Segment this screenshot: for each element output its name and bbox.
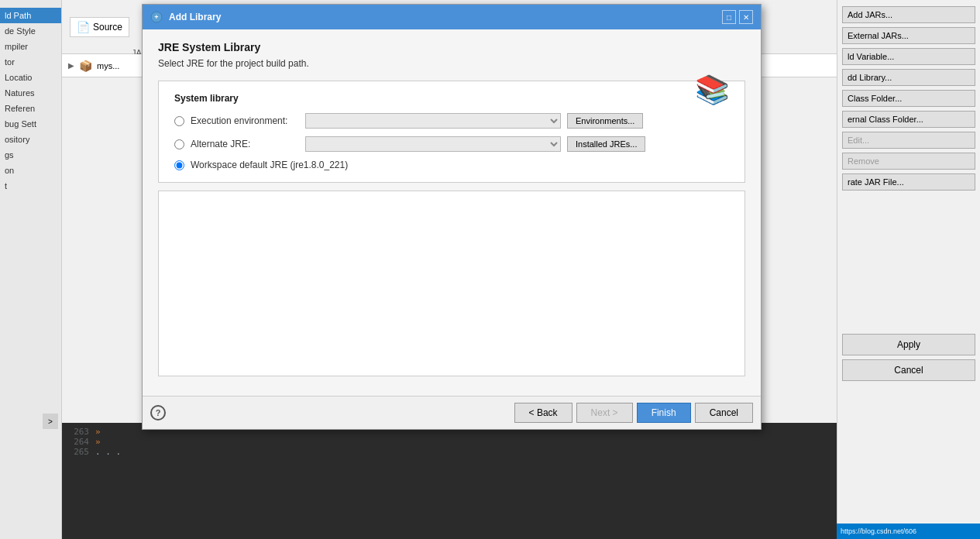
maximize-button[interactable]: □ (722, 10, 736, 24)
cancel-right-button[interactable]: Cancel (842, 359, 975, 381)
sidebar-item-debug-settings[interactable]: bug Sett (0, 116, 61, 132)
svg-text:+: + (154, 13, 158, 21)
add-library-button[interactable]: dd Library... (842, 69, 975, 86)
source-tab[interactable]: 📄 Source (70, 17, 129, 37)
sidebar-item-location[interactable]: Locatio (0, 70, 61, 85)
scroll-right-arrow[interactable]: > (43, 414, 58, 429)
sidebar-item-t[interactable]: t (0, 178, 61, 194)
sidebar-item-repository[interactable]: ository (0, 132, 61, 147)
line-num-264: 264 (66, 437, 89, 447)
finish-button[interactable]: Finish (637, 403, 691, 423)
sidebar-item-natures[interactable]: Natures (0, 85, 61, 101)
alternate-jre-radio[interactable] (174, 139, 184, 149)
execution-env-label[interactable]: Execution environment: (191, 115, 299, 126)
line-num-263: 263 (66, 427, 89, 437)
sidebar-item-compiler[interactable]: mpiler (0, 39, 61, 54)
book-icon: 📚 (695, 74, 730, 106)
next-button[interactable]: Next > (576, 403, 633, 423)
back-button[interactable]: < Back (514, 403, 573, 423)
workspace-default-label[interactable]: Workspace default JRE (jre1.8.0_221) (191, 160, 348, 170)
source-tab-label: Source (93, 22, 122, 33)
add-library-dialog: + Add Library □ ✕ JRE System Library Sel… (142, 4, 762, 430)
environments-button[interactable]: Environments... (567, 113, 643, 129)
sidebar-item-code-style[interactable]: de Style (0, 23, 61, 39)
sidebar-item-tor[interactable]: tor (0, 54, 61, 70)
status-url: https://blog.csdn.net/606 (841, 527, 916, 535)
status-bar: https://blog.csdn.net/606 (837, 524, 980, 539)
class-folder-button[interactable]: Class Folder... (842, 90, 975, 107)
dialog-titlebar: + Add Library □ ✕ (143, 5, 761, 29)
sidebar-item-references[interactable]: Referen (0, 101, 61, 116)
add-variable-button[interactable]: ld Variable... (842, 48, 975, 65)
remove-button[interactable]: Remove (842, 153, 975, 170)
dialog-footer: ? < Back Next > Finish Cancel (143, 396, 761, 429)
close-button[interactable]: ✕ (739, 10, 753, 24)
code-line-265: 265 . . . (66, 447, 833, 457)
sidebar-item-on[interactable]: on (0, 163, 61, 178)
alternate-jre-select[interactable] (305, 136, 561, 152)
execution-env-select[interactable] (305, 113, 561, 129)
sidebar-item-build-path[interactable]: ld Path (0, 8, 61, 23)
dialog-header: JRE System Library Select JRE for the pr… (158, 41, 745, 69)
external-class-folder-button[interactable]: ernal Class Folder... (842, 111, 975, 128)
system-library-section: System library Execution environment: En… (158, 81, 745, 183)
add-jars-button[interactable]: Add JARs... (842, 6, 975, 23)
line-num-265: 265 (66, 447, 89, 457)
dialog-header-subtitle: Select JRE for the project build path. (158, 58, 745, 69)
workspace-default-row: Workspace default JRE (jre1.8.0_221) (174, 160, 729, 170)
sidebar: ld Path de Style mpiler tor Locatio Natu… (0, 0, 62, 539)
code-line-264: 264 » (66, 437, 833, 447)
dialog-title: Add Library (169, 12, 221, 22)
migrate-jar-button[interactable]: rate JAR File... (842, 173, 975, 191)
edit-button[interactable]: Edit... (842, 132, 975, 149)
apply-button[interactable]: Apply (842, 334, 975, 355)
section-label: System library (174, 93, 729, 104)
workspace-default-radio[interactable] (174, 160, 184, 170)
execution-env-row: Execution environment: Environments... (174, 113, 729, 129)
dialog-body: JRE System Library Select JRE for the pr… (143, 29, 761, 396)
alternate-jre-row: Alternate JRE: Installed JREs... (174, 136, 729, 152)
dialog-header-title: JRE System Library (158, 41, 745, 53)
modal-content-area (158, 191, 745, 376)
execution-env-radio[interactable] (174, 116, 184, 126)
sidebar-item-gs[interactable]: gs (0, 147, 61, 163)
code-area: 263 » 264 » 265 . . . (62, 423, 837, 539)
cancel-button[interactable]: Cancel (695, 403, 753, 423)
installed-jres-button[interactable]: Installed JREs... (567, 136, 645, 152)
external-jars-button[interactable]: External JARs... (842, 27, 975, 44)
help-button[interactable]: ? (150, 405, 166, 421)
alternate-jre-label[interactable]: Alternate JRE: (191, 139, 299, 149)
dialog-icon: + (150, 11, 163, 23)
right-panel: Add JARs... External JARs... ld Variable… (837, 0, 980, 539)
tree-node-label: mys... (97, 61, 119, 70)
